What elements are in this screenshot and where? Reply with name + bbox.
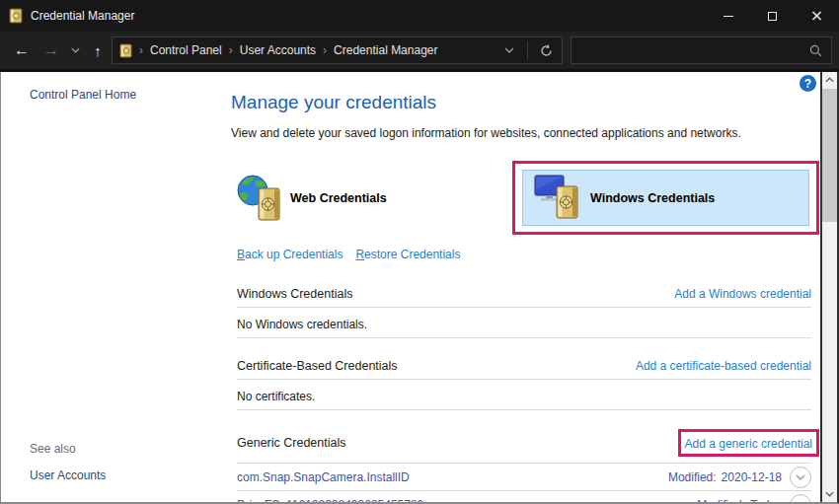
title-bar: Credential Manager × bbox=[0, 0, 839, 32]
vertical-scrollbar[interactable] bbox=[820, 72, 837, 502]
maximize-button[interactable] bbox=[750, 0, 795, 32]
back-arrow-icon: ← bbox=[14, 41, 30, 58]
chevron-down-icon bbox=[825, 491, 834, 497]
backup-credentials-link[interactable]: Back up Credentials bbox=[237, 248, 343, 261]
expand-entry-button[interactable] bbox=[790, 494, 811, 504]
sidebar-item-control-panel-home[interactable]: Control Panel Home bbox=[30, 88, 222, 102]
modified-date: 2020-12-18 bbox=[722, 470, 782, 484]
section-header-generic: Generic Credentials bbox=[237, 436, 345, 450]
breadcrumb-separator: › bbox=[229, 43, 233, 57]
scroll-down-button[interactable] bbox=[822, 486, 837, 502]
breadcrumb-separator: › bbox=[139, 43, 143, 57]
credential-actions-row: Back up Credentials Restore Credentials bbox=[237, 248, 811, 261]
credential-tiles-row: Web Credentials bbox=[231, 161, 811, 235]
annotation-highlight-box: Add a generic credential bbox=[678, 429, 819, 457]
add-generic-credential-link[interactable]: Add a generic credential bbox=[685, 437, 812, 451]
divider bbox=[237, 409, 811, 410]
section-header-certificate: Certificate-Based Credentials bbox=[237, 359, 398, 373]
empty-certificates-text: No certificates. bbox=[237, 390, 811, 403]
backup-accelerator: B bbox=[237, 248, 245, 261]
credential-entry-row: com.Snap.SnapCamera.InstallID Modified: … bbox=[237, 464, 811, 490]
expand-entry-button[interactable] bbox=[790, 467, 811, 488]
sidebar: Control Panel Home See also User Account… bbox=[1, 72, 222, 502]
search-box[interactable] bbox=[571, 36, 832, 64]
recent-pages-dropdown[interactable] bbox=[66, 47, 84, 53]
credential-entry-row: DriveFS_116122308493625455780 Modified: … bbox=[237, 491, 811, 504]
address-bar[interactable]: › Control Panel › User Accounts › Creden… bbox=[112, 36, 563, 64]
annotation-highlight-box: Windows Credentials bbox=[512, 161, 819, 235]
credential-entry-drivefs[interactable]: DriveFS_116122308493625455780 bbox=[237, 498, 423, 504]
windows-credentials-label: Windows Credentials bbox=[590, 191, 715, 205]
window-body: Control Panel Home See also User Account… bbox=[0, 72, 839, 504]
section-header-windows: Windows Credentials bbox=[237, 287, 352, 301]
web-credentials-icon bbox=[237, 174, 283, 223]
page-description: View and delete your saved logon informa… bbox=[231, 126, 811, 140]
web-credentials-label: Web Credentials bbox=[290, 191, 387, 205]
forward-button[interactable]: → bbox=[37, 42, 66, 58]
credential-manager-app-icon bbox=[9, 8, 23, 24]
sidebar-see-also-group: See also User Accounts bbox=[30, 442, 222, 482]
page-title: Manage your credentials bbox=[231, 92, 811, 113]
up-button[interactable]: ↑ bbox=[84, 43, 112, 58]
scroll-up-button[interactable] bbox=[822, 72, 837, 88]
search-input[interactable] bbox=[579, 43, 808, 57]
credential-entry-snapcamera[interactable]: com.Snap.SnapCamera.InstallID bbox=[237, 470, 410, 484]
address-divider bbox=[527, 41, 528, 59]
maximize-icon bbox=[768, 12, 777, 21]
close-button[interactable]: × bbox=[795, 0, 839, 32]
see-also-label: See also bbox=[30, 442, 222, 456]
restore-label: estore Credentials bbox=[364, 248, 460, 261]
divider bbox=[237, 337, 811, 338]
close-icon: × bbox=[810, 8, 823, 24]
credential-manager-window: Credential Manager × ← → ↑ › Control Pan… bbox=[0, 0, 839, 504]
modified-label: Modified: bbox=[697, 498, 745, 504]
section-certificate-credentials: Certificate-Based Credentials Add a cert… bbox=[237, 359, 811, 410]
restore-accelerator: R bbox=[355, 248, 364, 261]
section-generic-credentials: Generic Credentials Add a generic creden… bbox=[237, 429, 811, 504]
chevron-up-icon bbox=[825, 77, 834, 83]
windows-credentials-icon bbox=[534, 175, 582, 221]
breadcrumb-credential-manager[interactable]: Credential Manager bbox=[334, 43, 437, 57]
up-arrow-icon: ↑ bbox=[94, 42, 102, 59]
chevron-down-icon bbox=[504, 47, 514, 53]
breadcrumb-user-accounts[interactable]: User Accounts bbox=[240, 43, 316, 57]
caption-buttons: × bbox=[706, 0, 839, 32]
modified-date: Today bbox=[750, 498, 782, 504]
back-button[interactable]: ← bbox=[7, 42, 37, 58]
add-certificate-credential-link[interactable]: Add a certificate-based credential bbox=[636, 359, 811, 373]
chevron-down-icon bbox=[796, 474, 805, 480]
add-windows-credential-link[interactable]: Add a Windows credential bbox=[674, 287, 811, 301]
section-windows-credentials: Windows Credentials Add a Windows creden… bbox=[237, 287, 811, 338]
divider bbox=[237, 379, 811, 380]
modified-label: Modified: bbox=[668, 470, 717, 484]
scrollbar-thumb[interactable] bbox=[822, 89, 837, 222]
minimize-button[interactable] bbox=[706, 0, 750, 32]
empty-windows-credentials-text: No Windows credentials. bbox=[237, 318, 811, 331]
main-content: Manage your credentials View and delete … bbox=[222, 72, 820, 502]
help-button[interactable]: ? bbox=[800, 75, 816, 92]
divider bbox=[237, 307, 811, 308]
chevron-down-icon bbox=[71, 47, 80, 53]
address-location-icon bbox=[119, 43, 132, 58]
backup-label: ack up Credentials bbox=[245, 248, 343, 261]
web-credentials-tile[interactable]: Web Credentials bbox=[237, 174, 387, 223]
forward-arrow-icon: → bbox=[43, 41, 59, 58]
refresh-button[interactable] bbox=[535, 43, 557, 58]
restore-credentials-link[interactable]: Restore Credentials bbox=[355, 248, 460, 261]
search-icon bbox=[808, 43, 823, 58]
breadcrumb-separator: › bbox=[323, 43, 327, 57]
navigation-toolbar: ← → ↑ › Control Panel › User Accounts › … bbox=[0, 32, 839, 72]
windows-credentials-tile[interactable]: Windows Credentials bbox=[522, 170, 809, 226]
minimize-icon bbox=[724, 16, 733, 17]
window-title: Credential Manager bbox=[31, 9, 134, 23]
address-dropdown-button[interactable] bbox=[498, 47, 520, 53]
sidebar-item-user-accounts[interactable]: User Accounts bbox=[30, 468, 222, 482]
breadcrumb-control-panel[interactable]: Control Panel bbox=[150, 43, 222, 57]
refresh-icon bbox=[539, 43, 554, 58]
